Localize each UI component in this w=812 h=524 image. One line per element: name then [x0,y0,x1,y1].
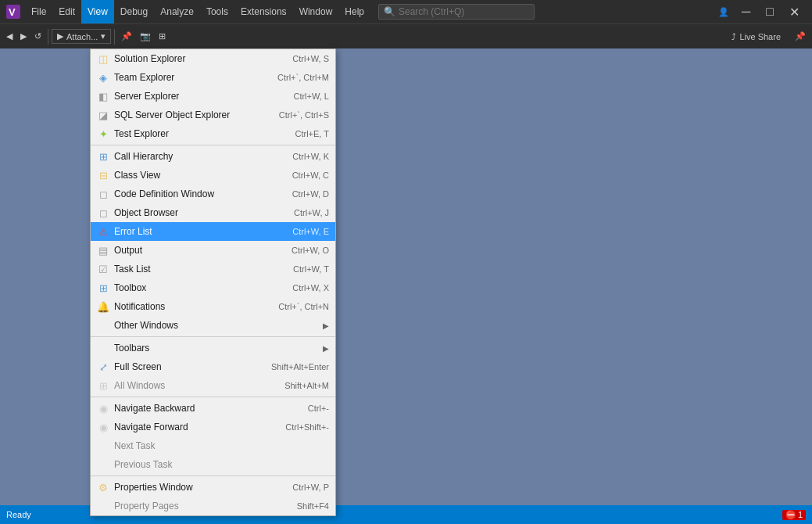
next-task-icon [97,440,109,452]
sql-server-object-explorer-shortcut: Ctrl+`, Ctrl+S [279,110,329,120]
menu-tools[interactable]: Tools [200,0,234,23]
navigate-backward-shortcut: Ctrl+- [308,404,329,413]
menu-item-next-task[interactable]: Next Task [91,436,335,455]
code-definition-window-icon: ◻ [97,188,109,200]
server-explorer-shortcut: Ctrl+W, L [293,92,329,101]
search-box[interactable]: 🔍 [378,4,535,20]
menu-item-other-windows[interactable]: Other Windows▶ [91,316,335,335]
menu-item-code-definition-window[interactable]: ◻Code Definition WindowCtrl+W, D [91,185,335,203]
menu-item-test-explorer[interactable]: ✦Test ExplorerCtrl+E, T [91,124,335,143]
status-bar-right: ⛔ 1 [782,510,806,520]
profile-button[interactable]: 👤 [715,2,732,21]
live-share-button[interactable]: ⤴ Live Share [725,31,787,43]
property-pages-label: Property Pages [114,501,292,511]
menu-item-task-list[interactable]: ☑Task ListCtrl+W, T [91,260,335,278]
error-list-label: Error List [114,226,288,237]
team-explorer-label: Team Explorer [114,72,273,83]
solution-explorer-shortcut: Ctrl+W, S [292,54,329,63]
full-screen-icon: ⤢ [97,361,109,373]
navigate-backward-label: Navigate Backward [114,403,303,414]
menu-separator [91,336,335,337]
menu-edit[interactable]: Edit [52,0,81,23]
search-icon: 🔍 [384,6,395,17]
menu-file[interactable]: File [25,0,52,23]
call-hierarchy-label: Call Hierarchy [114,151,288,162]
menu-view[interactable]: View [81,0,114,23]
call-hierarchy-icon: ⊞ [97,150,109,163]
all-windows-shortcut: Shift+Alt+M [284,381,329,390]
toolbox-icon: ⊞ [97,282,109,294]
solution-explorer-icon: ◫ [97,52,109,65]
menu-item-navigate-forward[interactable]: ◉Navigate ForwardCtrl+Shift+- [91,418,335,436]
menu-item-team-explorer[interactable]: ◈Team ExplorerCtrl+`, Ctrl+M [91,68,335,87]
menu-item-class-view[interactable]: ⊟Class ViewCtrl+W, C [91,166,335,185]
menu-separator [91,397,335,397]
attach-button[interactable]: ▶ Attach... ▾ [52,29,111,44]
menu-window[interactable]: Window [293,0,339,23]
expand-button[interactable]: ⊞ [156,27,169,46]
nav-fwd-button[interactable]: ▶ [17,27,30,46]
menu-item-previous-task[interactable]: Previous Task [91,455,335,474]
main-area: ◫Solution ExplorerCtrl+W, S◈Team Explore… [0,48,812,505]
menu-analyze[interactable]: Analyze [154,0,200,23]
minimize-button[interactable]: ─ [735,0,757,23]
call-hierarchy-shortcut: Ctrl+W, K [292,152,329,161]
toolbox-label: Toolbox [114,282,288,293]
error-icon: ⛔ [785,510,796,520]
notifications-shortcut: Ctrl+`, Ctrl+N [278,302,329,311]
class-view-label: Class View [114,170,288,181]
menu-item-solution-explorer[interactable]: ◫Solution ExplorerCtrl+W, S [91,49,335,68]
other-windows-arrow-icon: ▶ [323,321,329,330]
object-browser-label: Object Browser [114,207,289,218]
menu-item-object-browser[interactable]: ◻Object BrowserCtrl+W, J [91,203,335,222]
nav-back-button[interactable]: ◀ [3,27,16,46]
menu-item-navigate-backward[interactable]: ◉Navigate BackwardCtrl+- [91,399,335,418]
camera-icon: 📷 [140,31,151,41]
previous-task-label: Previous Task [114,459,329,470]
task-list-label: Task List [114,264,288,275]
navigate-forward-shortcut: Ctrl+Shift+- [285,422,329,432]
close-button[interactable]: ✕ [783,0,806,23]
menu-item-full-screen[interactable]: ⤢Full ScreenShift+Alt+Enter [91,357,335,376]
restore-button[interactable]: □ [760,0,780,23]
error-count: 1 [798,510,803,519]
camera-button[interactable]: 📷 [137,27,154,46]
menu-item-all-windows[interactable]: ⊞All WindowsShift+Alt+M [91,376,335,395]
menu-item-call-hierarchy[interactable]: ⊞Call HierarchyCtrl+W, K [91,147,335,166]
play-icon: ▶ [57,31,63,41]
server-explorer-label: Server Explorer [114,91,288,102]
toolbars-label: Toolbars [114,343,318,354]
menu-help[interactable]: Help [338,0,370,23]
class-view-icon: ⊟ [97,169,109,181]
menu-item-output[interactable]: ▤OutputCtrl+W, O [91,241,335,260]
menu-item-error-list[interactable]: ⚠Error ListCtrl+W, E [91,222,335,241]
menu-extensions[interactable]: Extensions [234,0,293,23]
navigate-backward-icon: ◉ [97,402,109,415]
menu-debug[interactable]: Debug [114,0,154,23]
menu-item-sql-server-object-explorer[interactable]: ◪SQL Server Object ExplorerCtrl+`, Ctrl+… [91,106,335,124]
sql-server-object-explorer-label: SQL Server Object Explorer [114,109,274,120]
menu-item-notifications[interactable]: 🔔NotificationsCtrl+`, Ctrl+N [91,297,335,316]
output-shortcut: Ctrl+W, O [292,246,329,255]
menu-item-property-pages[interactable]: Property PagesShift+F4 [91,497,335,515]
menu-item-toolbox[interactable]: ⊞ToolboxCtrl+W, X [91,278,335,297]
class-view-shortcut: Ctrl+W, C [292,170,329,180]
refresh-button[interactable]: ↺ [31,27,45,46]
toolbar-separator-2 [114,29,115,45]
error-badge[interactable]: ⛔ 1 [782,510,806,520]
pin-icon: 📌 [121,31,132,41]
extra-pin-icon: 📌 [795,31,806,41]
navigate-forward-icon: ◉ [97,421,109,433]
properties-window-shortcut: Ctrl+W, P [292,483,329,492]
menu-item-properties-window[interactable]: ⚙Properties WindowCtrl+W, P [91,478,335,497]
pin-button[interactable]: 📌 [118,27,135,46]
live-share-label: Live Share [739,32,781,41]
search-input[interactable] [399,6,524,17]
live-share-icon: ⤴ [732,32,736,41]
extra-pin-button[interactable]: 📌 [792,27,809,46]
refresh-icon: ↺ [34,31,41,41]
menu-item-server-explorer[interactable]: ◧Server ExplorerCtrl+W, L [91,87,335,106]
menu-separator [91,145,335,145]
menu-item-toolbars[interactable]: Toolbars▶ [91,339,335,357]
code-definition-window-shortcut: Ctrl+W, D [292,189,329,199]
